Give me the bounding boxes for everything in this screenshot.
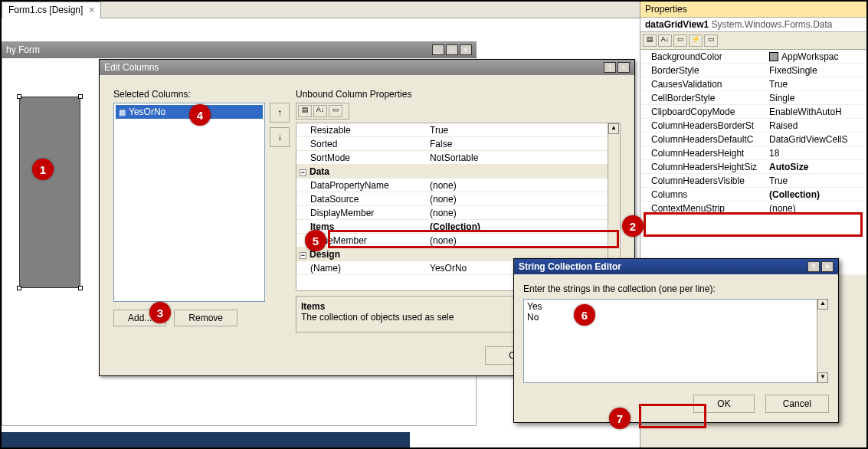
callout-badge: 4 [189, 104, 211, 126]
column-name: YesOrNo [129, 107, 165, 117]
categorized-icon[interactable]: ▤ [643, 34, 657, 47]
cancel-button[interactable]: Cancel [765, 395, 829, 413]
window-buttons: _ □ × [432, 44, 472, 55]
dialog-titlebar: String Collection Editor ? × [514, 259, 838, 274]
close-icon[interactable]: × [617, 62, 630, 73]
move-down-button[interactable]: ↓ [270, 127, 290, 147]
property-pages-icon[interactable]: ▭ [704, 34, 718, 47]
scrollbar[interactable]: ▲▼ [817, 299, 829, 383]
form-title: hy Form [6, 44, 40, 55]
selected-columns-list[interactable]: ▦ YesOrNo [113, 103, 265, 302]
callout-badge: 7 [609, 408, 631, 429]
help-icon[interactable]: ? [604, 62, 616, 73]
property-pages-icon[interactable]: ▭ [329, 105, 342, 117]
form-titlebar: hy Form _ □ × [2, 41, 477, 58]
callout-badge: 6 [574, 304, 595, 326]
minimize-icon[interactable]: _ [432, 44, 444, 55]
dialog-titlebar: Edit Columns ? × [100, 60, 634, 75]
alphabetical-icon[interactable]: A↓ [658, 34, 672, 47]
events-icon[interactable]: ⚡ [689, 34, 703, 47]
maximize-icon[interactable]: □ [446, 44, 458, 55]
document-tab[interactable]: Form1.cs [Design] × [2, 2, 101, 18]
color-swatch-icon [769, 52, 778, 61]
close-icon[interactable]: × [460, 44, 472, 55]
callout-badge: 2 [622, 215, 644, 237]
help-icon[interactable]: ? [807, 261, 820, 272]
datagridview-control[interactable] [19, 97, 80, 288]
properties-panel-title: Properties [640, 2, 866, 17]
columns-property-row: Columns(Collection) [640, 188, 866, 202]
properties-object-selector[interactable]: dataGridView1 System.Windows.Forms.Data [640, 17, 866, 32]
string-editor-prompt: Enter the strings in the collection (one… [523, 283, 829, 294]
alphabetical-icon[interactable]: A↓ [313, 105, 327, 117]
property-grid-toolbar: ▤ A↓ ▭ [296, 103, 349, 120]
column-icon: ▦ [119, 108, 126, 116]
properties-icon[interactable]: ▭ [673, 34, 687, 47]
string-collection-editor-dialog: String Collection Editor ? × Enter the s… [513, 258, 839, 423]
callout-badge: 3 [149, 302, 171, 323]
selected-columns-label: Selected Columns: [113, 89, 290, 100]
unbound-properties-label: Unbound Column Properties [296, 89, 621, 100]
dialog-title: Edit Columns [104, 62, 159, 73]
properties-grid[interactable]: BackgroundColorAppWorkspac BorderStyleFi… [640, 50, 866, 275]
properties-toolbar: ▤ A↓ ▭ ⚡ ▭ [640, 32, 866, 50]
callout-badge: 1 [32, 159, 54, 180]
callout-badge: 5 [305, 230, 326, 251]
categorized-icon[interactable]: ▤ [298, 105, 312, 117]
close-icon[interactable]: × [821, 261, 834, 272]
close-icon[interactable]: × [89, 5, 94, 15]
collapse-icon: − [300, 169, 306, 176]
designer-status-strip [2, 432, 410, 447]
items-property-row: Items(Collection) [296, 220, 620, 234]
collapse-icon: − [300, 252, 306, 259]
move-up-button[interactable]: ↑ [270, 103, 290, 123]
string-collection-textarea[interactable] [523, 299, 829, 383]
tab-label: Form1.cs [Design] [8, 5, 83, 15]
ok-button[interactable]: OK [693, 395, 754, 413]
remove-button[interactable]: Remove [174, 310, 237, 326]
dialog-title: String Collection Editor [519, 261, 621, 272]
